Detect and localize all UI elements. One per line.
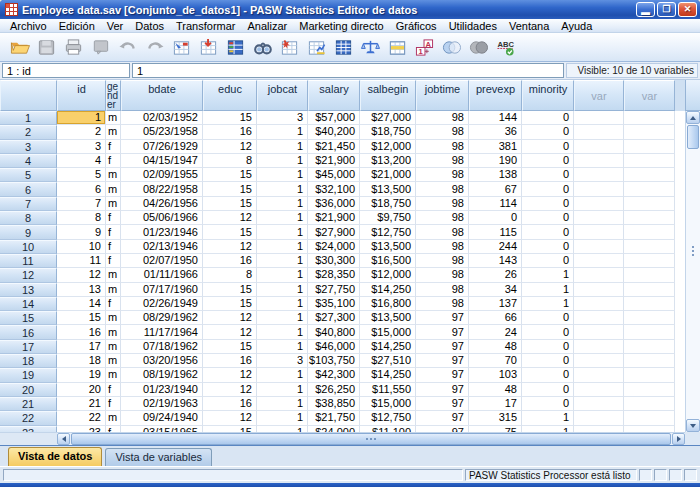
row-number-12[interactable]: 12	[0, 268, 57, 282]
menu-transformar[interactable]: Transformar	[170, 19, 242, 33]
cell-17-educ[interactable]: 15	[203, 340, 257, 354]
cell-12-id[interactable]: 12	[57, 268, 106, 282]
scroll-up-button[interactable]	[686, 111, 700, 124]
cell-23-salary[interactable]: $24,000	[308, 426, 360, 432]
cell-20-salary[interactable]: $26,250	[308, 383, 360, 397]
variables-button[interactable]	[222, 35, 249, 60]
cell-3-salary[interactable]: $21,450	[308, 140, 360, 154]
cell-11-salary[interactable]: $30,300	[308, 254, 360, 268]
cell-21-jobtime[interactable]: 97	[416, 397, 469, 411]
cell-7-id[interactable]: 7	[57, 197, 106, 211]
cell-2-gender[interactable]: m	[106, 125, 121, 139]
cell-16-var2[interactable]	[624, 325, 675, 339]
menu-datos[interactable]: Datos	[129, 19, 170, 33]
cell-5-salbegin[interactable]: $21,000	[360, 168, 416, 182]
goto-case-button[interactable]	[168, 35, 195, 60]
cell-16-minority[interactable]: 0	[522, 325, 574, 339]
cell-10-salary[interactable]: $24,000	[308, 240, 360, 254]
cell-10-var1[interactable]	[574, 240, 624, 254]
cell-18-minority[interactable]: 0	[522, 354, 574, 368]
cell-19-educ[interactable]: 12	[203, 368, 257, 382]
cell-6-jobcat[interactable]: 1	[257, 182, 308, 196]
cell-9-var1[interactable]	[574, 225, 624, 239]
row-number-6[interactable]: 6	[0, 182, 57, 196]
cell-6-bdate[interactable]: 08/22/1958	[121, 182, 203, 196]
cell-8-minority[interactable]: 0	[522, 211, 574, 225]
column-header-jobtime[interactable]: jobtime	[416, 80, 469, 111]
cell-14-salbegin[interactable]: $16,800	[360, 297, 416, 311]
cell-7-prevexp[interactable]: 114	[469, 197, 522, 211]
show-all-variables-button[interactable]	[465, 35, 492, 60]
cell-17-prevexp[interactable]: 48	[469, 340, 522, 354]
cell-7-bdate[interactable]: 04/26/1956	[121, 197, 203, 211]
cell-3-id[interactable]: 3	[57, 140, 106, 154]
cell-10-jobcat[interactable]: 1	[257, 240, 308, 254]
cell-10-id[interactable]: 10	[57, 240, 106, 254]
cell-22-gender[interactable]: m	[106, 411, 121, 425]
row-number-4[interactable]: 4	[0, 154, 57, 168]
row-number-18[interactable]: 18	[0, 354, 57, 368]
cell-14-id[interactable]: 14	[57, 297, 106, 311]
row-number-16[interactable]: 16	[0, 325, 57, 339]
cell-8-salbegin[interactable]: $9,750	[360, 211, 416, 225]
row-number-17[interactable]: 17	[0, 340, 57, 354]
cell-4-var1[interactable]	[574, 154, 624, 168]
cell-editor-input[interactable]: 1	[132, 63, 564, 78]
row-number-3[interactable]: 3	[0, 140, 57, 154]
cell-2-salbegin[interactable]: $18,750	[360, 125, 416, 139]
column-header-salbegin[interactable]: salbegin	[360, 80, 416, 111]
cell-14-bdate[interactable]: 02/26/1949	[121, 297, 203, 311]
cell-19-salbegin[interactable]: $14,250	[360, 368, 416, 382]
insert-variable-button[interactable]	[303, 35, 330, 60]
cell-20-gender[interactable]: f	[106, 383, 121, 397]
cell-18-salary[interactable]: $103,750	[308, 354, 360, 368]
cell-1-educ[interactable]: 15	[203, 111, 257, 125]
cell-5-prevexp[interactable]: 138	[469, 168, 522, 182]
cell-21-var1[interactable]	[574, 397, 624, 411]
cell-22-id[interactable]: 22	[57, 411, 106, 425]
cell-5-var1[interactable]	[574, 168, 624, 182]
use-variable-sets-button[interactable]	[438, 35, 465, 60]
cell-19-jobtime[interactable]: 97	[416, 368, 469, 382]
cell-17-var2[interactable]	[624, 340, 675, 354]
menu-ayuda[interactable]: Ayuda	[555, 19, 598, 33]
cell-21-salary[interactable]: $38,850	[308, 397, 360, 411]
menu-analizar[interactable]: Analizar	[242, 19, 294, 33]
cell-20-jobcat[interactable]: 1	[257, 383, 308, 397]
cell-5-id[interactable]: 5	[57, 168, 106, 182]
cell-23-salbegin[interactable]: $11,100	[360, 426, 416, 432]
cell-4-prevexp[interactable]: 190	[469, 154, 522, 168]
cell-1-var1[interactable]	[574, 111, 624, 125]
cell-9-id[interactable]: 9	[57, 225, 106, 239]
cell-19-var1[interactable]	[574, 368, 624, 382]
cell-20-bdate[interactable]: 01/23/1940	[121, 383, 203, 397]
cell-1-jobcat[interactable]: 3	[257, 111, 308, 125]
cell-15-educ[interactable]: 12	[203, 311, 257, 325]
cell-4-educ[interactable]: 8	[203, 154, 257, 168]
cell-6-minority[interactable]: 0	[522, 182, 574, 196]
cell-12-minority[interactable]: 1	[522, 268, 574, 282]
cell-10-gender[interactable]: f	[106, 240, 121, 254]
cell-16-educ[interactable]: 12	[203, 325, 257, 339]
cell-22-jobcat[interactable]: 1	[257, 411, 308, 425]
cell-2-educ[interactable]: 16	[203, 125, 257, 139]
column-header-gender[interactable]: gender	[106, 80, 121, 111]
cell-21-educ[interactable]: 16	[203, 397, 257, 411]
cell-4-minority[interactable]: 0	[522, 154, 574, 168]
cell-18-gender[interactable]: m	[106, 354, 121, 368]
cell-7-jobcat[interactable]: 1	[257, 197, 308, 211]
cell-12-jobcat[interactable]: 1	[257, 268, 308, 282]
column-header-var1[interactable]: var	[574, 80, 624, 111]
cell-7-salbegin[interactable]: $18,750	[360, 197, 416, 211]
row-number-8[interactable]: 8	[0, 211, 57, 225]
cell-23-var1[interactable]	[574, 426, 624, 432]
cell-4-var2[interactable]	[624, 154, 675, 168]
cell-11-bdate[interactable]: 02/07/1950	[121, 254, 203, 268]
cell-5-salary[interactable]: $45,000	[308, 168, 360, 182]
cell-19-jobcat[interactable]: 1	[257, 368, 308, 382]
cell-5-var2[interactable]	[624, 168, 675, 182]
cell-13-jobtime[interactable]: 98	[416, 283, 469, 297]
cell-22-salary[interactable]: $21,750	[308, 411, 360, 425]
cell-19-var2[interactable]	[624, 368, 675, 382]
cell-13-bdate[interactable]: 07/17/1960	[121, 283, 203, 297]
